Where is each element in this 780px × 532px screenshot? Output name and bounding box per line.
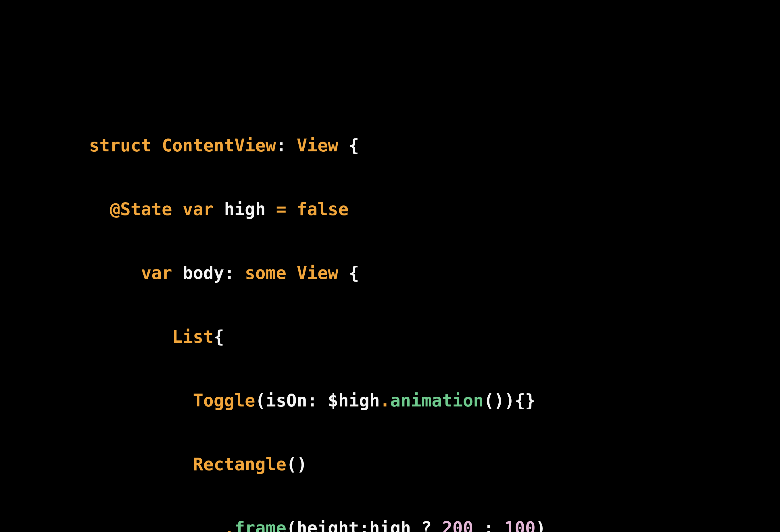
method-animation: animation bbox=[390, 390, 484, 411]
func-toggle: Toggle bbox=[193, 390, 255, 411]
type-contentview: ContentView bbox=[162, 135, 276, 155]
method-frame: frame bbox=[235, 518, 287, 532]
open-paren: ( bbox=[286, 518, 297, 532]
braces: {} bbox=[515, 390, 535, 411]
keyword-var: var bbox=[183, 199, 213, 219]
dot: . bbox=[224, 518, 235, 532]
code-line-3: var body: some View { bbox=[89, 257, 780, 289]
parens: () bbox=[286, 454, 307, 474]
attr-state: @State bbox=[110, 199, 172, 219]
param-ison: isOn bbox=[265, 390, 307, 411]
code-line-2: @State var high = false bbox=[89, 193, 780, 225]
open-brace: { bbox=[349, 263, 359, 283]
param-height: height bbox=[297, 518, 359, 532]
number-200: 200 bbox=[442, 518, 473, 532]
open-brace: { bbox=[213, 327, 224, 347]
ternary-colon: : bbox=[484, 518, 494, 532]
open-paren: ( bbox=[255, 390, 265, 411]
identifier-high: high bbox=[224, 199, 266, 219]
operator-equals: = bbox=[276, 199, 286, 219]
keyword-var: var bbox=[141, 263, 172, 283]
binding-high: $high bbox=[328, 390, 380, 411]
colon: : bbox=[224, 263, 235, 283]
type-view: View bbox=[297, 135, 338, 155]
ternary-q: ? bbox=[421, 518, 432, 532]
colon: : bbox=[307, 390, 318, 411]
identifier-body: body bbox=[183, 263, 224, 283]
code-line-6: Rectangle() bbox=[89, 448, 780, 480]
dot: . bbox=[380, 390, 390, 411]
close-paren: ) bbox=[535, 518, 546, 532]
open-brace: { bbox=[349, 135, 359, 155]
close-paren: ) bbox=[504, 390, 515, 411]
code-line-7: .frame(height:high ? 200 : 100) bbox=[89, 512, 780, 532]
code-line-5: Toggle(isOn: $high.animation()){} bbox=[89, 385, 780, 417]
type-view: View bbox=[297, 263, 339, 283]
literal-false: false bbox=[297, 199, 349, 219]
identifier-high: high bbox=[369, 518, 411, 532]
keyword-some: some bbox=[245, 263, 287, 283]
code-line-1: struct ContentView: View { bbox=[89, 129, 780, 161]
colon: : bbox=[276, 135, 286, 155]
func-rectangle: Rectangle bbox=[193, 454, 286, 474]
code-line-4: List{ bbox=[89, 321, 780, 353]
number-100: 100 bbox=[504, 518, 535, 532]
func-list: List bbox=[172, 327, 214, 347]
parens: () bbox=[484, 390, 504, 411]
keyword-struct: struct bbox=[89, 135, 151, 155]
colon: : bbox=[359, 518, 369, 532]
swift-code-snippet: struct ContentView: View { @State var hi… bbox=[89, 98, 780, 532]
